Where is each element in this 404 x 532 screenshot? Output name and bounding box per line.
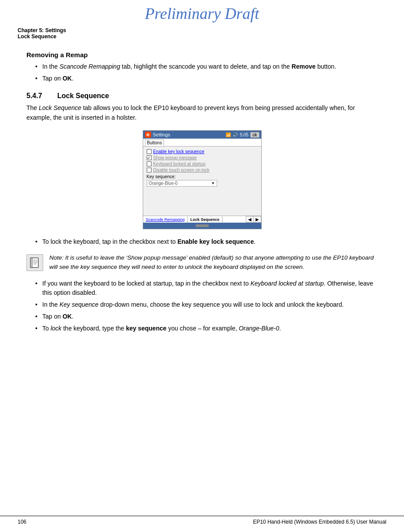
device-titlebar-left: ⊞ Settings (145, 132, 170, 138)
remove-bold: Remove (292, 63, 315, 70)
lock-sequence-tab[interactable]: Lock Sequence (188, 216, 222, 223)
dropdown-arrow-icon: ▼ (211, 181, 215, 185)
key-sequence-label: Key sequence: (147, 174, 258, 179)
device-titlebar-right: 📶 🔊 5:05 ok (226, 132, 259, 138)
bullet-keyboard-locked-startup: If you want the keyboard to be locked at… (35, 279, 378, 297)
key-sequence-dropdown[interactable]: Orange-Blue-0 ▼ (147, 180, 217, 187)
checkbox-show-popup: Show popup message (147, 155, 258, 160)
chapter-header: Chapter 5: Settings Lock Sequence (0, 26, 404, 40)
book-icon (29, 257, 41, 269)
volume-icon: 🔊 (233, 132, 238, 137)
note-icon (26, 254, 43, 271)
removing-remap-heading: Removing a Remap (26, 51, 378, 59)
scancode-remapping-tab[interactable]: Scancode Remapping (143, 216, 188, 223)
device-body: Enable key lock sequence Show popup mess… (143, 147, 261, 216)
device-screenshot: ⊞ Settings 📶 🔊 5:05 ok Buttons Enable ke… (26, 130, 378, 229)
nav-right-arrow-icon[interactable]: ▶ (254, 216, 261, 222)
page-number: 106 (18, 519, 26, 525)
device-taskbar (143, 223, 261, 229)
chapter-line2: Lock Sequence (18, 33, 386, 40)
section-547-heading: 5.4.7 Lock Sequence (26, 92, 378, 100)
checkbox-disable-touch: Disable touch screen on lock (147, 168, 258, 172)
keyboard-locked-checkbox[interactable] (147, 161, 152, 166)
page-title: Preliminary Draft (0, 0, 404, 26)
taskbar-handle (196, 224, 209, 227)
nav-arrows: ◀ ▶ (246, 216, 261, 223)
device-titlebar: ⊞ Settings 📶 🔊 5:05 ok (143, 131, 261, 139)
nav-left-arrow-icon[interactable]: ◀ (246, 216, 254, 222)
disable-touch-label: Disable touch screen on lock (153, 168, 210, 172)
chapter-line1: Chapter 5: Settings (18, 27, 386, 33)
note-box: Note: It is useful to leave the ‘Show po… (26, 253, 378, 272)
enable-key-lock-label: Enable key lock sequence (153, 149, 204, 154)
bullet-tap-ok-2: Tap on OK. (35, 312, 378, 321)
device-top-tabs: Buttons (143, 139, 261, 147)
bullet-lock-keyboard-sequence: To lock the keyboard, type the key seque… (35, 324, 378, 333)
enable-key-lock-checkbox[interactable] (147, 149, 152, 154)
show-popup-label: Show popup message (153, 155, 197, 160)
device-title-text: Settings (153, 132, 170, 137)
time-display: 5:05 (240, 132, 248, 137)
content-area: Removing a Remap In the Scancode Remappi… (0, 40, 404, 351)
ok-bold-1: OK (63, 75, 72, 82)
disable-touch-checkbox[interactable] (147, 168, 152, 172)
bullet-scancode-remove: In the Scancode Remapping tab, highlight… (35, 62, 378, 71)
device-bottom-tabs: Scancode Remapping Lock Sequence ◀ ▶ (143, 216, 261, 223)
doc-title: EP10 Hand-Held (Windows Embedded 6.5) Us… (253, 519, 386, 525)
section-number: 5.4.7 (26, 92, 48, 100)
scancode-italic: Scancode Remapping (59, 63, 120, 70)
buttons-tab[interactable]: Buttons (145, 139, 164, 146)
bullet-enable-lock: To lock the keyboard, tap in the checkbo… (35, 237, 378, 246)
bullet-key-sequence-dropdown: In the Key sequence drop-down menu, choo… (35, 300, 378, 309)
enable-key-lock-seq-bold: Enable key lock sequence (178, 238, 254, 245)
device-empty-area (147, 187, 258, 213)
checkbox-keyboard-locked: Keyboard locked at startup (147, 161, 258, 166)
section-title: Lock Sequence (57, 92, 109, 100)
page-footer: 106 EP10 Hand-Held (Windows Embedded 6.5… (0, 516, 404, 525)
removing-remap-bullets: In the Scancode Remapping tab, highlight… (26, 62, 378, 83)
bullets-after-note: If you want the keyboard to be locked at… (26, 279, 378, 333)
ok-bold-2: OK (63, 313, 72, 320)
svg-rect-1 (30, 258, 32, 268)
keyboard-locked-italic: Keyboard locked at startup (250, 280, 324, 287)
lock-italic: lock (51, 325, 62, 332)
key-sequence-italic: Key sequence (59, 301, 99, 308)
lock-sequence-italic: Lock Sequence (39, 104, 82, 111)
bullet-tap-ok-1: Tap on OK. (35, 74, 378, 83)
key-sequence-bold: key sequence (126, 325, 167, 332)
section-body-text: The Lock Sequence tab allows you to lock… (26, 103, 378, 122)
orange-blue-italic: Orange-Blue-0 (239, 325, 279, 332)
checkbox-enable-key-lock: Enable key lock sequence (147, 149, 258, 154)
windows-icon: ⊞ (145, 132, 151, 138)
signal-icon: 📶 (226, 132, 231, 137)
note-text: Note: It is useful to leave the ‘Show po… (49, 253, 378, 272)
dropdown-value: Orange-Blue-0 (149, 181, 211, 186)
device-frame: ⊞ Settings 📶 🔊 5:05 ok Buttons Enable ke… (143, 130, 262, 229)
show-popup-checkbox[interactable] (147, 155, 152, 160)
device-ok-button[interactable]: ok (250, 132, 259, 138)
bullet-enable-key-lock: To lock the keyboard, tap in the checkbo… (26, 237, 378, 246)
keyboard-locked-label: Keyboard locked at startup (153, 161, 206, 166)
